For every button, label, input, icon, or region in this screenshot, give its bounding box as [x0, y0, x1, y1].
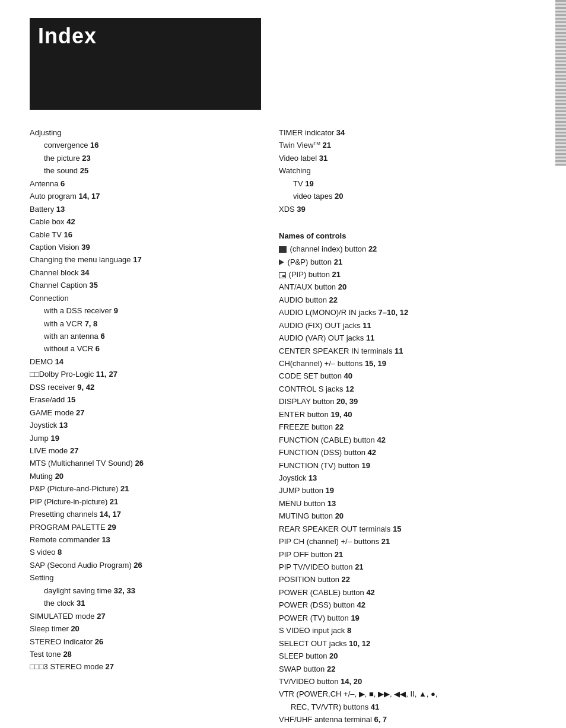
list-item: PIP OFF button 21 [279, 548, 536, 561]
right-column: TIMER indicator 34 Twin ViewTM 21 Video … [279, 126, 536, 728]
list-item: FREEZE button 22 [279, 421, 536, 433]
list-item: SIMULATED mode 27 [30, 610, 255, 622]
list-item: CENTER SPEAKER IN terminals 11 [279, 345, 536, 357]
list-item: GAME mode 27 [30, 406, 255, 419]
list-item: DISPLAY button 20, 39 [279, 395, 536, 408]
list-item: Setting daylight saving time 32, 33 the … [30, 571, 255, 609]
list-item: AUDIO button 22 [279, 294, 536, 306]
list-item: DSS receiver 9, 42 [30, 381, 255, 393]
list-item: PIP CH (channel) +/– buttons 21 [279, 535, 536, 548]
list-item: PROGRAM PALETTE 29 [30, 521, 255, 533]
list-item: SLEEP button 20 [279, 650, 536, 662]
list-item: □□□3 STEREO mode 27 [30, 660, 255, 673]
list-item: Test tone 28 [30, 648, 255, 660]
list-item: JUMP button 19 [279, 484, 536, 497]
list-item: Battery 13 [30, 203, 255, 215]
list-item: Auto program 14, 17 [30, 190, 255, 202]
list-item: FUNCTION (DSS) button 42 [279, 446, 536, 459]
list-item: S video 8 [30, 546, 255, 558]
list-item: PIP (Picture-in-picture) 21 [30, 495, 255, 508]
list-item: (channel index) button 22 [279, 243, 536, 255]
list-item: FUNCTION (CABLE) button 42 [279, 434, 536, 446]
list-item: CH(channel) +/– buttons 15, 19 [279, 357, 536, 370]
list-item: POSITION button 22 [279, 573, 536, 586]
list-item: (P&P) button 21 [279, 256, 536, 268]
list-item: Sleep timer 20 [30, 622, 255, 635]
list-item: SAP (Second Audio Program) 26 [30, 559, 255, 571]
list-item: POWER (CABLE) button 42 [279, 586, 536, 599]
list-item: Antenna 6 [30, 177, 255, 190]
list-item: POWER (DSS) button 42 [279, 599, 536, 611]
list-item: Adjusting convergence 16 the picture 23 … [30, 126, 255, 177]
list-item: Presetting channels 14, 17 [30, 508, 255, 520]
left-column: Adjusting convergence 16 the picture 23 … [30, 126, 255, 728]
list-item: ENTER button 19, 40 [279, 408, 536, 421]
list-item: (PIP) button 21 [279, 268, 536, 281]
list-item: CONTROL S jacks 12 [279, 383, 536, 395]
list-item: MUTING button 20 [279, 510, 536, 522]
list-item: ANT/AUX button 20 [279, 281, 536, 293]
list-item: AUDIO (FIX) OUT jacks 11 [279, 319, 536, 332]
list-item: MTS (Multichannel TV Sound) 26 [30, 457, 255, 469]
list-item: POWER (TV) button 19 [279, 612, 536, 624]
list-item: VTR (POWER,CH +/–, ▶, ■, ▶▶, ◀◀, II, ▲, … [279, 688, 536, 713]
list-item: Muting 20 [30, 470, 255, 482]
list-item: Twin ViewTM 21 [279, 139, 536, 151]
list-item: MENU button 13 [279, 497, 536, 510]
list-item: □□Dolby Pro-Logic 11, 27 [30, 368, 255, 380]
list-item: Caption Vision 39 [30, 241, 255, 253]
section-header-controls: Names of controls [279, 231, 536, 240]
list-item: Remote commander 13 [30, 533, 255, 546]
list-item: Jump 19 [30, 432, 255, 444]
list-item: Cable TV 16 [30, 228, 255, 241]
list-item: Joystick 13 [279, 472, 536, 484]
list-item: LIVE mode 27 [30, 444, 255, 457]
list-item: DEMO 14 [30, 355, 255, 368]
list-item: Cable box 42 [30, 215, 255, 228]
list-item: P&P (Picture-and-Picture) 21 [30, 482, 255, 495]
list-item: AUDIO L(MONO)/R IN jacks 7–10, 12 [279, 306, 536, 319]
list-item: SWAP button 22 [279, 663, 536, 675]
list-item: PIP TV/VIDEO button 21 [279, 561, 536, 573]
list-item: Connection with a DSS receiver 9 with a … [30, 292, 255, 355]
list-item: S VIDEO input jack 8 [279, 624, 536, 637]
list-item: AUDIO (VAR) OUT jacks 11 [279, 332, 536, 344]
list-item: XDS 39 [279, 203, 536, 215]
page-title: Index [38, 24, 97, 49]
list-item: Channel block 34 [30, 266, 255, 279]
list-item: Video label 31 [279, 152, 536, 164]
list-item: TIMER indicator 34 [279, 126, 536, 139]
list-item: TV/VIDEO button 14, 20 [279, 675, 536, 688]
list-item: STEREO indicator 26 [30, 635, 255, 648]
list-item: Changing the menu language 17 [30, 253, 255, 266]
list-item: CODE SET button 40 [279, 370, 536, 382]
list-item: Erase/add 15 [30, 393, 255, 406]
list-item: REAR SPEAKER OUT terminals 15 [279, 523, 536, 535]
list-item: Channel Caption 35 [30, 279, 255, 291]
list-item: VHF/UHF antenna terminal 6, 7 [279, 713, 536, 726]
index-header-block: Index [30, 18, 261, 110]
list-item: SELECT OUT jacks 10, 12 [279, 637, 536, 650]
list-item: Watching TV 19 video tapes 20 [279, 164, 536, 202]
list-item: Joystick 13 [30, 419, 255, 431]
list-item: FUNCTION (TV) button 19 [279, 459, 536, 472]
